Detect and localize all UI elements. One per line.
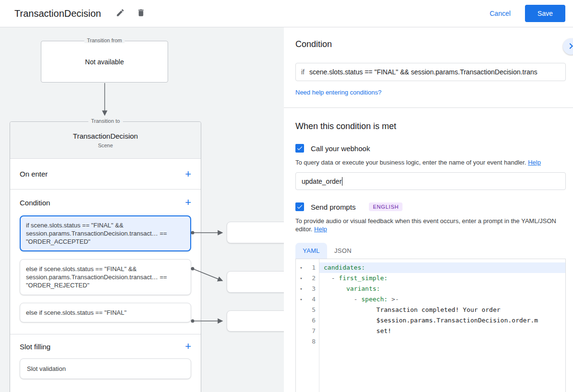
add-on-enter-button[interactable]: + <box>181 167 195 181</box>
language-badge: ENGLISH <box>369 202 402 211</box>
condition-section-label: Condition <box>20 199 50 207</box>
condition-card-list: if scene.slots.status == "FINAL" && sess… <box>10 215 201 334</box>
editor-line: ▾2 - first_simple: <box>296 273 565 284</box>
editor-line: 5 Transaction completed! Your order <box>296 305 565 315</box>
prompts-description: To provide audio or visual feedback when… <box>295 217 566 233</box>
cancel-button[interactable]: Cancel <box>489 10 511 17</box>
transition-from-value: Not available <box>85 58 124 66</box>
line-number: 4 <box>306 294 319 305</box>
scene-type-label: Scene <box>98 143 113 148</box>
line-number: 6 <box>306 315 319 326</box>
add-slot-button[interactable]: + <box>181 339 195 354</box>
if-prefix-label: if <box>296 68 309 76</box>
scene-card-header[interactable]: TransactionDecision Scene <box>10 122 201 159</box>
line-number: 8 <box>306 336 319 347</box>
fold-gutter <box>296 336 306 347</box>
pencil-icon <box>116 8 125 19</box>
panel-title: Condition <box>295 39 566 49</box>
line-number: 1 <box>306 262 319 273</box>
code-line-content[interactable]: $session.params.TransactionDecision.orde… <box>319 315 565 326</box>
send-prompts-checkbox[interactable] <box>295 202 304 211</box>
gutter-divider <box>319 259 319 392</box>
code-line-content[interactable]: set! <box>319 326 565 336</box>
condition-card[interactable]: if scene.slots.status == "FINAL" && sess… <box>20 215 191 251</box>
condition-detail-panel: Condition if scene.slots.status == "FINA… <box>284 27 573 392</box>
on-enter-label: On enter <box>20 170 48 178</box>
condition-expression-field[interactable]: if scene.slots.status == "FINAL" && sess… <box>295 63 566 81</box>
transition-target-box[interactable] <box>227 271 284 293</box>
condition-help-link[interactable]: Need help entering conditions? <box>295 89 381 96</box>
editor-line: 6 $session.params.TransactionDecision.or… <box>296 315 565 326</box>
yaml-editor-lines: ▾1candidates:▾2 - first_simple:▾3 varian… <box>296 262 565 347</box>
editor-line: ▾3 variants: <box>296 284 565 294</box>
line-number: 2 <box>306 273 319 284</box>
webhook-description-text: To query data or execute your business l… <box>295 159 526 166</box>
transition-to-label: Transition to <box>88 118 122 124</box>
slot-filling-section: Slot filling + Slot validation <box>10 334 201 379</box>
transition-target-box[interactable] <box>227 310 284 332</box>
slot-validation-card[interactable]: Slot validation <box>20 358 191 379</box>
fold-gutter <box>296 305 306 315</box>
fold-arrow-icon[interactable]: ▾ <box>296 294 306 305</box>
code-line-content[interactable]: candidates: <box>319 262 565 273</box>
condition-expression-value: scene.slots.status == "FINAL" && session… <box>309 68 537 76</box>
condition-card[interactable]: else if scene.slots.status == "FINAL" <box>20 303 191 322</box>
editor-line: 8 <box>296 336 565 347</box>
tab-json[interactable]: JSON <box>327 243 359 259</box>
code-line-content[interactable]: Transaction completed! Your order <box>319 305 565 315</box>
add-condition-button[interactable]: + <box>181 195 195 210</box>
prompts-description-text: To provide audio or visual feedback when… <box>295 217 556 233</box>
editor-line: 7 set! <box>296 326 565 336</box>
condition-section: Condition + if scene.slots.status == "FI… <box>10 190 201 334</box>
transition-from-box: Transition from Not available <box>41 41 168 83</box>
scene-diagram-canvas: Transition from Not available Transition… <box>0 27 284 392</box>
transition-from-label: Transition from <box>84 37 125 43</box>
trash-icon <box>136 8 146 19</box>
on-enter-section: On enter + <box>10 159 201 190</box>
line-number: 5 <box>306 305 319 315</box>
fold-arrow-icon[interactable]: ▾ <box>296 262 306 273</box>
prompts-help-link[interactable]: Help <box>314 226 327 233</box>
code-line-content[interactable]: - first_simple: <box>319 273 565 284</box>
code-line-content[interactable]: variants: <box>319 284 565 294</box>
editor-line: ▾4 - speech: >- <box>296 294 565 305</box>
webhook-description: To query data or execute your business l… <box>295 158 566 166</box>
page-title: TransactionDecision <box>14 8 101 19</box>
webhook-handler-value: update_order <box>302 178 341 185</box>
scene-name: TransactionDecision <box>73 132 138 140</box>
fold-gutter <box>296 315 306 326</box>
tab-yaml[interactable]: YAML <box>295 243 327 259</box>
slot-filling-label: Slot filling <box>20 343 50 351</box>
fold-arrow-icon[interactable]: ▾ <box>296 273 306 284</box>
topbar: TransactionDecision Cancel Save <box>0 0 573 27</box>
editor-line: ▾1candidates: <box>296 262 565 273</box>
yaml-editor[interactable]: ▾1candidates:▾2 - first_simple:▾3 varian… <box>295 259 566 392</box>
code-line-content[interactable]: - speech: >- <box>319 294 565 305</box>
scene-card: Transition to TransactionDecision Scene … <box>10 121 201 392</box>
webhook-help-link[interactable]: Help <box>528 159 541 166</box>
webhook-checkbox[interactable] <box>295 144 304 153</box>
save-button[interactable]: Save <box>525 5 565 22</box>
delete-scene-button[interactable] <box>134 6 148 21</box>
webhook-handler-input[interactable]: update_order <box>295 172 566 190</box>
when-condition-met-title: When this condition is met <box>295 121 566 131</box>
send-prompts-label: Send prompts <box>311 203 355 211</box>
transition-target-box[interactable] <box>227 222 284 243</box>
line-number: 3 <box>306 284 319 294</box>
code-line-content[interactable] <box>319 336 565 347</box>
editor-tabs: YAMLJSON <box>295 243 566 259</box>
line-number: 7 <box>306 326 319 336</box>
webhook-checkbox-label: Call your webhook <box>311 144 370 153</box>
text-caret <box>342 177 342 186</box>
condition-card[interactable]: else if scene.slots.status == "FINAL" &&… <box>20 259 191 295</box>
edit-title-button[interactable] <box>113 6 127 21</box>
chevron-right-icon <box>565 40 573 53</box>
fold-arrow-icon[interactable]: ▾ <box>296 284 306 294</box>
fold-gutter <box>296 326 306 336</box>
